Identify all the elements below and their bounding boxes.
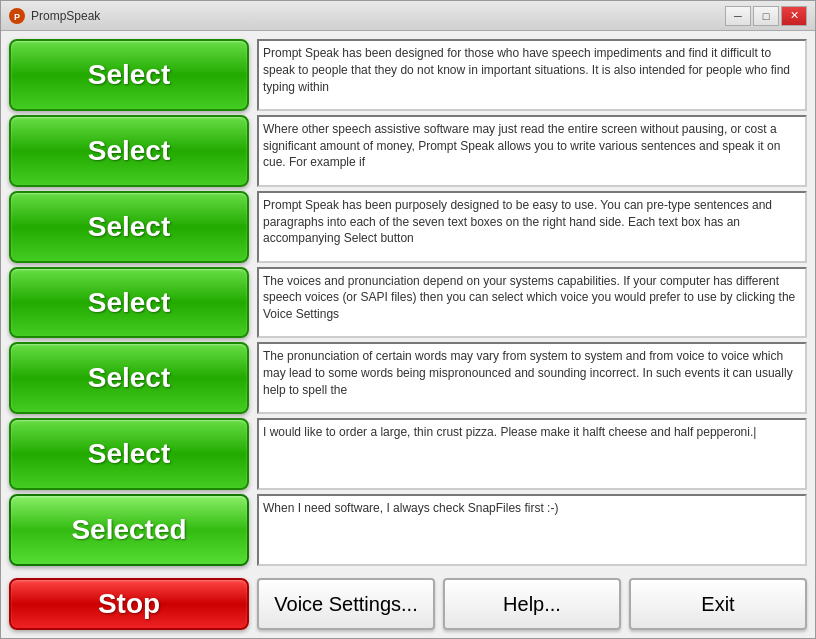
main-window: P PrompSpeak ─ □ ✕ SelectSelectSelectSel…	[0, 0, 816, 639]
row-2: Select	[9, 115, 807, 187]
text-container-3	[257, 191, 807, 263]
titlebar-left: P PrompSpeak	[9, 8, 100, 24]
minimize-button[interactable]: ─	[725, 6, 751, 26]
window-title: PrompSpeak	[31, 9, 100, 23]
main-content: SelectSelectSelectSelectSelectSelectSele…	[1, 31, 815, 574]
select-button-7[interactable]: Selected	[9, 494, 249, 566]
select-button-5[interactable]: Select	[9, 342, 249, 414]
text-area-6[interactable]	[257, 418, 807, 490]
text-container-6	[257, 418, 807, 490]
text-container-4	[257, 267, 807, 339]
app-icon: P	[9, 8, 25, 24]
close-button[interactable]: ✕	[781, 6, 807, 26]
row-1: Select	[9, 39, 807, 111]
help-button[interactable]: Help...	[443, 578, 621, 630]
row-4: Select	[9, 267, 807, 339]
text-area-5[interactable]	[257, 342, 807, 414]
text-container-1	[257, 39, 807, 111]
text-container-7	[257, 494, 807, 566]
text-area-1[interactable]	[257, 39, 807, 111]
svg-text:P: P	[14, 12, 20, 22]
row-7: Selected	[9, 494, 807, 566]
text-area-4[interactable]	[257, 267, 807, 339]
row-3: Select	[9, 191, 807, 263]
stop-button[interactable]: Stop	[9, 578, 249, 630]
text-container-5	[257, 342, 807, 414]
restore-button[interactable]: □	[753, 6, 779, 26]
select-button-6[interactable]: Select	[9, 418, 249, 490]
select-button-3[interactable]: Select	[9, 191, 249, 263]
text-container-2	[257, 115, 807, 187]
titlebar: P PrompSpeak ─ □ ✕	[1, 1, 815, 31]
voice-settings-button[interactable]: Voice Settings...	[257, 578, 435, 630]
row-5: Select	[9, 342, 807, 414]
exit-button[interactable]: Exit	[629, 578, 807, 630]
select-button-1[interactable]: Select	[9, 39, 249, 111]
text-area-3[interactable]	[257, 191, 807, 263]
select-button-4[interactable]: Select	[9, 267, 249, 339]
row-6: Select	[9, 418, 807, 490]
text-area-2[interactable]	[257, 115, 807, 187]
bottom-bar: Stop Voice Settings... Help... Exit	[1, 574, 815, 638]
titlebar-controls: ─ □ ✕	[725, 6, 807, 26]
text-area-7[interactable]	[257, 494, 807, 566]
select-button-2[interactable]: Select	[9, 115, 249, 187]
